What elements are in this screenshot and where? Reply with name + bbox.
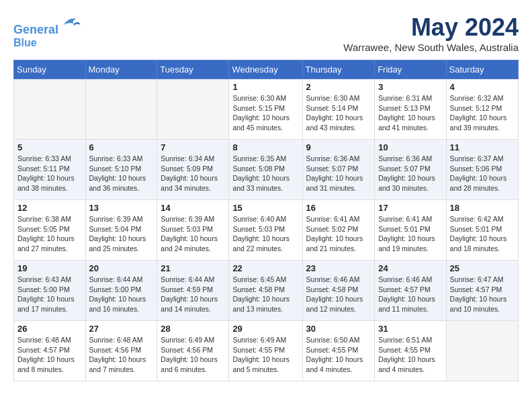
sunset-text: Sunset: 5:05 PM [17, 225, 70, 233]
sunrise-text: Sunrise: 6:46 AM [378, 275, 432, 283]
day-number: 2 [306, 82, 371, 92]
day-number: 23 [306, 263, 371, 273]
calendar-day-15: 15 Sunrise: 6:40 AM Sunset: 5:03 PM Dayl… [229, 200, 302, 261]
day-number: 30 [306, 324, 371, 334]
sunrise-text: Sunrise: 6:49 AM [232, 336, 286, 344]
sunset-text: Sunset: 5:06 PM [450, 165, 502, 173]
day-number: 17 [378, 203, 442, 213]
daylight-text: Daylight: 10 hours and 45 minutes. [232, 113, 290, 132]
daylight-text: Daylight: 10 hours and 21 minutes. [306, 234, 363, 253]
sunset-text: Sunset: 5:15 PM [232, 104, 285, 112]
sunrise-text: Sunrise: 6:36 AM [378, 154, 432, 163]
day-info: Sunrise: 6:48 AM Sunset: 4:57 PM Dayligh… [17, 335, 82, 375]
day-number: 31 [378, 324, 442, 334]
sunrise-text: Sunrise: 6:47 AM [450, 275, 504, 283]
day-info: Sunrise: 6:47 AM Sunset: 4:57 PM Dayligh… [450, 275, 515, 314]
calendar-day-23: 23 Sunrise: 6:46 AM Sunset: 4:58 PM Dayl… [302, 261, 375, 321]
calendar-day-25: 25 Sunrise: 6:47 AM Sunset: 4:57 PM Dayl… [446, 261, 518, 321]
day-number: 25 [450, 263, 515, 273]
day-number: 14 [161, 203, 225, 213]
day-info: Sunrise: 6:44 AM Sunset: 5:00 PM Dayligh… [89, 275, 154, 314]
daylight-text: Daylight: 10 hours and 33 minutes. [232, 174, 290, 192]
sunrise-text: Sunrise: 6:44 AM [161, 275, 214, 283]
sunrise-text: Sunrise: 6:33 AM [17, 154, 71, 163]
day-info: Sunrise: 6:49 AM Sunset: 4:55 PM Dayligh… [232, 335, 298, 375]
day-number: 19 [17, 263, 82, 273]
sunrise-text: Sunrise: 6:38 AM [17, 215, 71, 223]
calendar-empty-cell [157, 79, 229, 140]
sunset-text: Sunset: 4:55 PM [306, 346, 359, 354]
sunset-text: Sunset: 4:55 PM [232, 346, 285, 354]
day-number: 22 [232, 263, 298, 273]
sunset-text: Sunset: 4:58 PM [306, 285, 359, 293]
logo-subtext: Blue [13, 37, 81, 49]
sunset-text: Sunset: 5:08 PM [232, 165, 285, 173]
day-info: Sunrise: 6:41 AM Sunset: 5:02 PM Dayligh… [306, 214, 371, 254]
calendar-day-10: 10 Sunrise: 6:36 AM Sunset: 5:07 PM Dayl… [375, 140, 446, 200]
calendar-week-row: 12 Sunrise: 6:38 AM Sunset: 5:05 PM Dayl… [14, 200, 519, 261]
calendar-empty-cell [446, 321, 518, 381]
day-info: Sunrise: 6:34 AM Sunset: 5:09 PM Dayligh… [161, 154, 225, 193]
day-number: 11 [450, 142, 515, 152]
daylight-text: Daylight: 10 hours and 11 minutes. [378, 295, 435, 313]
sunrise-text: Sunrise: 6:41 AM [378, 215, 432, 223]
sunset-text: Sunset: 4:58 PM [232, 285, 285, 293]
day-info: Sunrise: 6:31 AM Sunset: 5:13 PM Dayligh… [378, 93, 442, 133]
sunrise-text: Sunrise: 6:44 AM [89, 275, 143, 283]
day-number: 7 [161, 142, 225, 152]
calendar-day-31: 31 Sunrise: 6:51 AM Sunset: 4:55 PM Dayl… [375, 321, 446, 381]
sunrise-text: Sunrise: 6:39 AM [161, 215, 214, 223]
day-info: Sunrise: 6:46 AM Sunset: 4:57 PM Dayligh… [378, 275, 442, 314]
calendar-day-8: 8 Sunrise: 6:35 AM Sunset: 5:08 PM Dayli… [229, 140, 302, 200]
calendar-day-24: 24 Sunrise: 6:46 AM Sunset: 4:57 PM Dayl… [375, 261, 446, 321]
sunrise-text: Sunrise: 6:40 AM [232, 215, 286, 223]
calendar-day-20: 20 Sunrise: 6:44 AM Sunset: 5:00 PM Dayl… [85, 261, 157, 321]
logo-bird-icon [61, 13, 81, 34]
daylight-text: Daylight: 10 hours and 17 minutes. [17, 295, 75, 313]
sunset-text: Sunset: 5:03 PM [232, 225, 285, 233]
calendar-day-2: 2 Sunrise: 6:30 AM Sunset: 5:14 PM Dayli… [302, 79, 375, 140]
sunrise-text: Sunrise: 6:43 AM [17, 275, 71, 283]
calendar-empty-cell [85, 79, 157, 140]
daylight-text: Daylight: 10 hours and 25 minutes. [89, 234, 146, 253]
sunset-text: Sunset: 5:07 PM [306, 165, 359, 173]
calendar-day-17: 17 Sunrise: 6:41 AM Sunset: 5:01 PM Dayl… [375, 200, 446, 261]
daylight-text: Daylight: 10 hours and 36 minutes. [89, 174, 146, 192]
weekday-header-sunday: Sunday [14, 60, 86, 79]
daylight-text: Daylight: 10 hours and 6 minutes. [161, 355, 218, 373]
sunset-text: Sunset: 4:56 PM [89, 346, 142, 354]
day-number: 20 [89, 263, 154, 273]
title-block: May 2024 Warrawee, New South Wales, Aust… [343, 13, 519, 53]
sunrise-text: Sunrise: 6:51 AM [378, 336, 432, 344]
sunset-text: Sunset: 5:00 PM [89, 285, 142, 293]
daylight-text: Daylight: 10 hours and 41 minutes. [378, 113, 435, 132]
day-info: Sunrise: 6:38 AM Sunset: 5:05 PM Dayligh… [17, 214, 82, 254]
month-title: May 2024 [343, 13, 519, 42]
daylight-text: Daylight: 10 hours and 5 minutes. [232, 355, 290, 373]
weekday-header-saturday: Saturday [446, 60, 518, 79]
sunrise-text: Sunrise: 6:49 AM [161, 336, 214, 344]
sunset-text: Sunset: 5:00 PM [17, 285, 70, 293]
sunrise-text: Sunrise: 6:41 AM [306, 215, 360, 223]
daylight-text: Daylight: 10 hours and 43 minutes. [306, 113, 363, 132]
weekday-header-wednesday: Wednesday [229, 60, 302, 79]
calendar-day-30: 30 Sunrise: 6:50 AM Sunset: 4:55 PM Dayl… [302, 321, 375, 381]
calendar-day-6: 6 Sunrise: 6:33 AM Sunset: 5:10 PM Dayli… [85, 140, 157, 200]
calendar-day-7: 7 Sunrise: 6:34 AM Sunset: 5:09 PM Dayli… [157, 140, 229, 200]
day-number: 29 [232, 324, 298, 334]
page-header: General Blue May 2024 Warrawee, New Sout… [13, 13, 519, 53]
day-info: Sunrise: 6:33 AM Sunset: 5:10 PM Dayligh… [89, 154, 154, 193]
weekday-header-monday: Monday [85, 60, 157, 79]
day-info: Sunrise: 6:42 AM Sunset: 5:01 PM Dayligh… [450, 214, 515, 254]
day-number: 21 [161, 263, 225, 273]
day-info: Sunrise: 6:49 AM Sunset: 4:56 PM Dayligh… [161, 335, 225, 375]
day-number: 5 [17, 142, 82, 152]
sunrise-text: Sunrise: 6:39 AM [89, 215, 143, 223]
sunrise-text: Sunrise: 6:42 AM [450, 215, 504, 223]
day-number: 12 [17, 203, 82, 213]
calendar-week-row: 19 Sunrise: 6:43 AM Sunset: 5:00 PM Dayl… [14, 261, 519, 321]
day-number: 26 [17, 324, 82, 334]
daylight-text: Daylight: 10 hours and 31 minutes. [306, 174, 363, 192]
calendar-day-13: 13 Sunrise: 6:39 AM Sunset: 5:04 PM Dayl… [85, 200, 157, 261]
daylight-text: Daylight: 10 hours and 7 minutes. [89, 355, 146, 373]
